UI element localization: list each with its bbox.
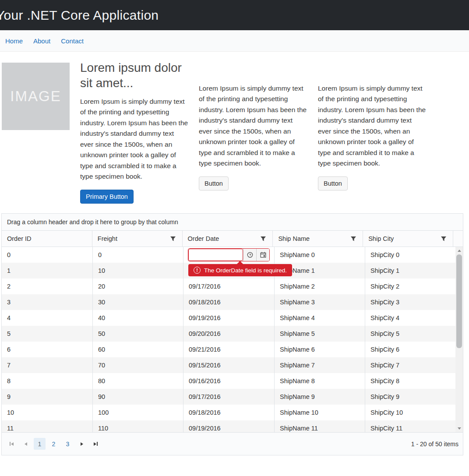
nav-item-contact[interactable]: Contact: [61, 37, 84, 45]
cell-order-date[interactable]: 09/19/2016: [183, 310, 274, 326]
nav-item-about[interactable]: About: [33, 37, 50, 45]
column-header-freight-label[interactable]: Freight: [98, 235, 117, 242]
cell-ship-city[interactable]: ShipCity 9: [365, 389, 455, 405]
cell-ship-city[interactable]: ShipCity 2: [365, 279, 455, 294]
cell-order-id[interactable]: 8: [2, 373, 92, 389]
pager-page-3[interactable]: 3: [62, 438, 74, 450]
cell-freight[interactable]: 0: [92, 247, 183, 263]
cell-order-date[interactable]: 09/18/2016: [183, 294, 274, 310]
time-picker-button[interactable]: [243, 249, 256, 261]
scrollbar-up-arrow[interactable]: [455, 247, 463, 254]
cell-order-id[interactable]: 11: [2, 420, 92, 432]
filter-icon[interactable]: [349, 234, 358, 243]
cell-ship-city[interactable]: ShipCity 10: [365, 405, 455, 420]
cell-order-id[interactable]: 4: [2, 310, 92, 326]
cell-order-id[interactable]: 2: [2, 279, 92, 294]
column-header-order-id-label[interactable]: Order ID: [7, 235, 32, 242]
seek-first-icon: [10, 442, 14, 446]
hero-column-3: Lorem Ipsum is simply dummy text of the …: [318, 63, 427, 190]
hero-paragraph-2: Lorem Ipsum is simply dummy text of the …: [199, 83, 307, 169]
cell-ship-name[interactable]: ShipName 3: [274, 294, 365, 310]
cell-ship-name[interactable]: ShipName 9: [274, 389, 365, 405]
cell-freight[interactable]: 30: [92, 294, 183, 310]
cell-order-date[interactable]: 09/20/2016: [183, 326, 274, 342]
grid-group-panel[interactable]: Drag a column header and drop it here to…: [2, 214, 463, 231]
cell-freight[interactable]: 10: [92, 263, 183, 279]
cell-ship-city[interactable]: ShipCity 3: [365, 294, 455, 310]
cell-order-id[interactable]: 6: [2, 342, 92, 357]
cell-ship-city[interactable]: ShipCity 1: [365, 263, 455, 279]
order-date-input[interactable]: [188, 249, 243, 261]
secondary-button-1[interactable]: Button: [199, 176, 229, 190]
cell-freight[interactable]: 80: [92, 373, 183, 389]
cell-ship-city[interactable]: ShipCity 11: [365, 420, 455, 432]
cell-order-date[interactable]: 09/17/2016: [183, 279, 274, 294]
seek-last-icon: [94, 442, 98, 446]
cell-order-id[interactable]: 5: [2, 326, 92, 342]
date-picker-button[interactable]: [256, 249, 269, 261]
cell-freight[interactable]: 20: [92, 279, 183, 294]
cell-freight[interactable]: 90: [92, 389, 183, 405]
cell-ship-name[interactable]: ShipName 11: [274, 420, 365, 432]
clock-icon: [247, 251, 254, 258]
column-header-ship-city-label[interactable]: Ship City: [368, 235, 394, 242]
cell-ship-name[interactable]: ShipName 10: [274, 405, 365, 420]
cell-order-date[interactable]: 09/21/2016: [183, 342, 274, 357]
cell-freight[interactable]: 70: [92, 357, 183, 373]
cell-order-id[interactable]: 1: [2, 263, 92, 279]
orders-grid: Drag a column header and drop it here to…: [1, 213, 463, 455]
cell-freight[interactable]: 60: [92, 342, 183, 357]
scrollbar-down-arrow[interactable]: [455, 425, 463, 432]
cell-ship-city[interactable]: ShipCity 8: [365, 373, 455, 389]
cell-ship-name[interactable]: ShipName 6: [274, 342, 365, 357]
pager-page-1[interactable]: 1: [34, 438, 46, 450]
pager-previous-button[interactable]: [20, 438, 32, 450]
column-header-ship-name-label[interactable]: Ship Name: [278, 235, 310, 242]
cell-order-id[interactable]: 9: [2, 389, 92, 405]
cell-ship-city[interactable]: ShipCity 7: [365, 357, 455, 373]
cell-order-date[interactable]: 09/18/2016: [183, 405, 274, 420]
filter-icon[interactable]: [168, 234, 178, 243]
cell-order-date[interactable]: 09/16/2016: [183, 373, 274, 389]
cell-ship-name[interactable]: ShipName 0: [274, 247, 365, 263]
cell-freight[interactable]: 40: [92, 310, 183, 326]
image-placeholder: IMAGE: [2, 63, 70, 130]
cell-order-id[interactable]: 10: [2, 405, 92, 420]
cell-order-date[interactable]: 09/15/2016: [183, 357, 274, 373]
primary-button[interactable]: Primary Button: [80, 190, 134, 204]
table-row: 4 40 09/19/2016 ShipName 4 ShipCity 4: [2, 310, 455, 326]
hero-main-column: Lorem ipsum dolor sit amet... Lorem Ipsu…: [80, 63, 188, 204]
pager-next-button[interactable]: [76, 438, 88, 450]
cell-ship-city[interactable]: ShipCity 5: [365, 326, 455, 342]
cell-ship-name[interactable]: ShipName 5: [274, 326, 365, 342]
cell-freight[interactable]: 100: [92, 405, 183, 420]
cell-order-id[interactable]: 3: [2, 294, 92, 310]
cell-order-date[interactable]: 09/17/2016: [183, 389, 274, 405]
cell-ship-name[interactable]: ShipName 8: [274, 373, 365, 389]
pager-last-button[interactable]: [90, 438, 102, 450]
cell-freight[interactable]: 110: [92, 420, 183, 432]
triangle-up-icon: [458, 250, 461, 252]
cell-ship-name[interactable]: ShipName 2: [274, 279, 365, 294]
filter-icon[interactable]: [258, 234, 268, 243]
cell-order-id[interactable]: 7: [2, 357, 92, 373]
cell-ship-city[interactable]: ShipCity 6: [365, 342, 455, 357]
table-row: 9 90 09/17/2016 ShipName 9 ShipCity 9: [2, 389, 455, 405]
column-header-order-date-label[interactable]: Order Date: [188, 235, 219, 242]
pager-page-2[interactable]: 2: [48, 438, 60, 450]
cell-order-id[interactable]: 0: [2, 247, 92, 263]
pager-first-button[interactable]: [6, 438, 18, 450]
cell-ship-name[interactable]: ShipName 7: [274, 357, 365, 373]
cell-order-date[interactable]: 09/19/2016: [183, 420, 274, 432]
cell-ship-name[interactable]: ShipName 4: [274, 310, 365, 326]
cell-ship-city[interactable]: ShipCity 0: [365, 247, 455, 263]
cell-ship-city[interactable]: ShipCity 4: [365, 310, 455, 326]
scrollbar-thumb[interactable]: [456, 254, 462, 348]
nav-item-home[interactable]: Home: [5, 37, 23, 45]
cell-order-date-editor: [183, 247, 274, 263]
secondary-button-2[interactable]: Button: [318, 176, 348, 190]
grid-header-scrollbar-spacer: [453, 231, 463, 247]
filter-icon[interactable]: [439, 234, 448, 243]
cell-freight[interactable]: 50: [92, 326, 183, 342]
arrow-right-icon: [81, 442, 83, 446]
